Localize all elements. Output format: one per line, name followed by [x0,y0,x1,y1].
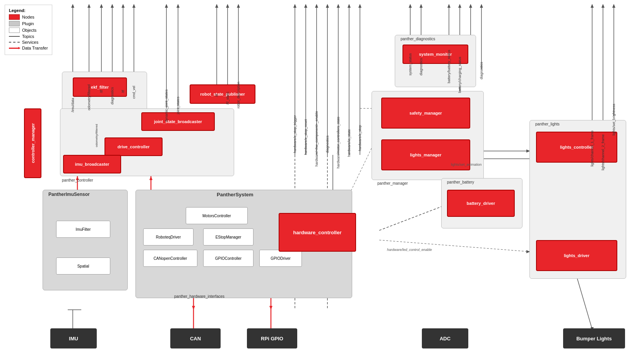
node-cano-controller[interactable]: CANopenController [143,250,197,267]
topic-hw-led-control: hardware/led_control_enable [387,248,432,252]
hardware-adc: ADC [422,328,468,348]
plugin-icon [9,21,20,26]
node-hardware-controller[interactable]: hardware_controller [279,213,356,252]
topic-tf-2: /tf [121,90,125,93]
legend-item-objects: Objects [9,27,48,33]
svg-marker-47 [480,4,483,8]
legend: Legend: Nodes Plugin Objects Topics Serv… [5,5,52,55]
svg-marker-41 [447,4,450,8]
topic-lights-ch1: lights/channel_1_frame [590,130,594,166]
container-panther-imu-sensor [43,190,128,290]
node-battery-driver[interactable]: battery_driver [447,190,515,217]
topic-lights-set-animation: lights/set_animation [451,163,482,166]
topic-lights-brightness: lights/set_brightness [612,104,616,136]
topic-diagnostics-3: diagnostics [419,58,423,76]
topic-cmd-vel: cmd_vel [132,86,136,99]
node-ekf-filter[interactable]: ekf_filter [73,77,127,97]
node-joint-state-broadcaster[interactable]: joint_state_broadcaster [141,112,215,131]
topic-dynamic-joint-states: dynamic_joint_states [164,89,168,122]
legend-item-topics: Topics [9,34,48,39]
label-panther-manager: panther_manager [377,181,408,185]
svg-marker-21 [237,4,240,8]
svg-line-69 [379,205,445,230]
legend-item-services: Services [9,40,48,45]
svg-marker-9 [122,4,125,8]
svg-marker-49 [591,4,594,8]
topics-icon [9,36,20,37]
topic-battery-status: battery/battery_status [447,50,451,83]
node-imu-broadcaster[interactable]: imu_broadcaster [63,155,121,173]
nodes-icon [9,14,20,20]
topic-odometry-filtered: odometry/filtered [95,124,98,147]
svg-marker-7 [111,4,114,8]
node-lights-driver[interactable]: lights_driver [536,240,617,271]
topic-hw-estop-trigger: hardware/e_stop_trigger [293,115,297,153]
svg-marker-35 [358,4,361,8]
topic-tf-static: /tf_static [226,91,230,105]
svg-marker-11 [132,4,135,8]
node-controller-manager[interactable]: controller_manager [24,108,41,178]
node-roboteq-driver[interactable]: RoboteqDriver [143,228,194,245]
node-estop-manager[interactable]: EStopManager [203,228,253,245]
topic-hw-component-enable: hardware/<hw_component>_enable [315,111,319,166]
svg-marker-15 [176,4,180,8]
diagram-container: Legend: Nodes Plugin Objects Topics Serv… [0,0,644,357]
svg-marker-17 [215,4,218,8]
services-label: Services [22,40,38,45]
hardware-imu: IMU [50,328,97,348]
hardware-bumper-lights: Bumper Lights [563,328,625,348]
svg-marker-62 [149,176,152,180]
label-panther-diagnostics: panther_diagnostics [401,37,435,41]
topic-diagnostics-1: diagnostics [110,87,114,105]
svg-marker-29 [326,4,329,8]
objects-icon [9,27,20,33]
topic-robot-description: robot_description [236,82,240,108]
node-gpio-controller[interactable]: GPIOController [203,250,253,267]
nodes-label: Nodes [22,15,34,19]
node-spatial[interactable]: Spatial [56,257,110,275]
svg-marker-33 [348,4,351,8]
svg-marker-45 [469,4,472,8]
topic-diagnostics-4: diagnostics [480,62,483,79]
svg-marker-39 [420,4,423,8]
topic-diagnostics-2: diagnostics [325,136,329,153]
node-safety-manager[interactable]: safety_manager [381,98,470,129]
data-transfer-icon [9,48,20,49]
topic-tf-3: /tf [215,94,219,97]
topic-imu-data: /imu/data [71,98,75,112]
node-robot-state-publisher[interactable]: robot_state_publisher [190,84,255,104]
topic-system-status: system_status [408,53,412,76]
node-gpio-driver[interactable]: GPIODriver [259,250,302,267]
svg-marker-37 [409,4,412,8]
label-panther-hardware: panther_hardware_interfaces [174,294,224,299]
plugin-label: Plugin [22,21,34,26]
svg-marker-19 [226,4,229,8]
hardware-can: CAN [170,328,221,348]
svg-marker-27 [315,4,318,8]
label-panther-system: PantherSystem [217,192,253,197]
svg-marker-102 [269,306,272,310]
svg-marker-53 [612,4,615,8]
hardware-rpi-gpio: RPi GPIO [247,328,297,348]
topic-hw-io-state: hardware/io_state [347,129,351,157]
topic-lights-ch2: lights/channel_2_frame [601,134,605,170]
svg-marker-25 [304,4,307,8]
label-panther-battery: panther_battery [447,180,474,184]
svg-marker-51 [601,4,605,8]
svg-marker-99 [192,306,195,310]
node-lights-controller[interactable]: lights_controller [536,132,617,163]
topic-battery-charging: battery/charging_status [458,57,462,93]
topic-joint-states: joint_states [176,96,180,114]
node-drive-controller[interactable]: drive_controller [104,137,163,156]
svg-marker-31 [337,4,340,8]
objects-label: Objects [22,28,36,33]
svg-marker-1 [71,4,74,8]
node-imu-filter[interactable]: ImuFilter [56,221,110,238]
node-motors-controller[interactable]: MotorsController [186,207,248,224]
label-panther-imu-sensor: PantherImuSensor [48,192,90,197]
topic-hw-estop: hardware/e_stop [358,125,362,151]
topic-tf-1: /tf [99,90,103,93]
services-icon [9,42,20,43]
svg-marker-13 [165,4,168,8]
data-transfer-label: Data Transfer [22,46,48,50]
